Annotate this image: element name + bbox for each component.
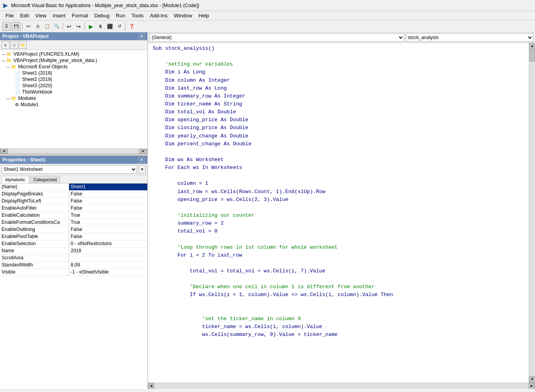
prop-value[interactable]: False bbox=[69, 233, 147, 240]
toolbar-paste-btn[interactable]: 📋 bbox=[43, 22, 52, 31]
prop-value[interactable]: 8.09 bbox=[69, 262, 147, 268]
prop-name: EnableOutlining bbox=[0, 226, 69, 233]
code-line: ws.Cells(summary_row, 9).Value = ticker_… bbox=[153, 331, 529, 339]
proc-select[interactable]: stock_analysis bbox=[406, 33, 533, 42]
view-object-btn[interactable]: □ bbox=[10, 41, 18, 49]
menu-item-debug[interactable]: Debug bbox=[92, 12, 112, 19]
toolbar-help-btn[interactable]: ❓ bbox=[127, 22, 136, 31]
tree-item[interactable]: 📄ThisWorkbook bbox=[0, 89, 147, 95]
code-line bbox=[153, 204, 529, 212]
toolbar-redo-btn[interactable]: ↪ bbox=[74, 22, 83, 31]
props-close-btn[interactable]: ✕ bbox=[139, 157, 145, 163]
scrollbar-down-btn[interactable]: ▼ bbox=[529, 376, 535, 383]
prop-value[interactable]: False bbox=[69, 191, 147, 197]
tree-item[interactable]: —📁Modules bbox=[0, 95, 147, 101]
code-vscrollbar[interactable]: ▲ ▼ bbox=[529, 43, 535, 383]
code-line: column = 1 bbox=[153, 180, 529, 188]
tree-icon: 📄 bbox=[15, 71, 21, 76]
code-line bbox=[153, 53, 529, 60]
props-dropdown-btn[interactable]: ▼ bbox=[139, 165, 146, 174]
prop-value[interactable]: False bbox=[69, 198, 147, 204]
code-line: Dim i As Long bbox=[153, 68, 529, 76]
tree-icon: ⚙ bbox=[15, 102, 19, 107]
toolbar-undo-btn[interactable]: ↩ bbox=[65, 22, 73, 31]
prop-row: DisplayRightToLeftFalse bbox=[0, 198, 147, 205]
prop-value[interactable]: False bbox=[69, 205, 147, 212]
toolbar-separator-3 bbox=[84, 23, 85, 30]
scrollbar-thumb[interactable] bbox=[529, 50, 535, 62]
toggle-folders-btn[interactable]: 📁 bbox=[19, 41, 27, 49]
prop-row: Visible-1 - xlSheetVisible bbox=[0, 269, 147, 276]
prop-value[interactable]: 2018 bbox=[69, 248, 147, 254]
prop-name: DisplayPageBreaks bbox=[0, 191, 69, 197]
toolbar-run-btn[interactable]: ▶ bbox=[86, 22, 95, 31]
code-line: 'Loop through rows in 1st column for who… bbox=[153, 244, 529, 251]
props-table: (Name)Sheet1DisplayPageBreaksFalseDispla… bbox=[0, 184, 147, 389]
code-line bbox=[153, 307, 529, 315]
code-line bbox=[153, 299, 529, 307]
tab-categorized[interactable]: Categorized bbox=[30, 176, 60, 183]
code-header: (General) stock_analysis bbox=[148, 32, 535, 43]
code-line: Dim summary_row As Integer bbox=[153, 92, 529, 100]
tree-item[interactable]: 📄Sheet3 (2020) bbox=[0, 83, 147, 89]
tree-item[interactable]: —📁VBAProject (Multiple_year_stock_data.) bbox=[0, 57, 147, 64]
prop-value[interactable]: True bbox=[69, 219, 147, 226]
menu-item-add-ins[interactable]: Add-Ins bbox=[148, 12, 170, 19]
toolbar-separator-2 bbox=[63, 23, 63, 30]
tree-icon: 📄 bbox=[15, 77, 21, 82]
toolbar-find-btn[interactable]: 🔍 bbox=[53, 22, 61, 31]
menu-item-help[interactable]: Help bbox=[196, 12, 212, 19]
menu-item-format[interactable]: Format bbox=[69, 12, 90, 19]
toolbar-reset-btn[interactable]: ↺ bbox=[115, 22, 124, 31]
prop-name: ScrollArea bbox=[0, 255, 69, 261]
code-line: Sub stock_analysis() bbox=[153, 45, 529, 53]
tree-item[interactable]: ⚙Module1 bbox=[0, 101, 147, 108]
menu-item-view[interactable]: View bbox=[33, 12, 49, 19]
prop-name: StandardWidth bbox=[0, 262, 69, 268]
menu-item-file[interactable]: File bbox=[3, 12, 16, 19]
tree-item[interactable]: 📄Sheet1 (2018) bbox=[0, 70, 147, 76]
code-line: opening_price = ws.Cells(2, 3).Value bbox=[153, 196, 529, 204]
menu-item-run[interactable]: Run bbox=[113, 12, 128, 19]
toolbar-excel-btn[interactable]: E bbox=[2, 22, 11, 31]
tab-alphabetic[interactable]: Alphabetic bbox=[2, 176, 29, 184]
prop-value[interactable] bbox=[69, 255, 147, 261]
tree-hscroll[interactable]: ◀ ▶ bbox=[0, 149, 147, 154]
tree-label: Microsoft Excel Objects bbox=[18, 64, 68, 69]
toolbar-stop-btn[interactable]: ⬛ bbox=[105, 22, 114, 31]
scrollbar-up-btn[interactable]: ▲ bbox=[529, 43, 535, 49]
prop-value[interactable]: Sheet1 bbox=[69, 184, 147, 190]
properties-panel: Properties - Sheet1 ✕ Sheet1 Worksheet ▼… bbox=[0, 156, 147, 389]
tree-label: VBAProject (Multiple_year_stock_data.) bbox=[13, 58, 97, 63]
code-line: For i = 2 To last_row bbox=[153, 251, 529, 259]
general-select[interactable]: (General) bbox=[150, 33, 404, 42]
project-close-btn[interactable]: ✕ bbox=[139, 33, 145, 39]
toolbar-save-btn[interactable]: 💾 bbox=[12, 22, 21, 31]
menu-item-edit[interactable]: Edit bbox=[18, 12, 31, 19]
prop-value[interactable]: 0 - xlNoRestrictions bbox=[69, 240, 147, 247]
prop-name: Name bbox=[0, 248, 69, 254]
menu-item-tools[interactable]: Tools bbox=[129, 12, 146, 19]
prop-value[interactable]: False bbox=[69, 226, 147, 233]
toolbar-cut-btn[interactable]: ✂ bbox=[24, 22, 33, 31]
code-hscrollbar[interactable]: ◀ ▶ bbox=[148, 383, 535, 389]
toolbar-pause-btn[interactable]: ⏸ bbox=[96, 22, 105, 31]
tree-item[interactable]: —📁VBAProject (FUNCRES.XLAM) bbox=[0, 51, 147, 57]
toolbar-copy-btn[interactable]: ⎘ bbox=[34, 22, 42, 31]
props-panel-title: Properties - Sheet1 bbox=[2, 157, 45, 163]
tree-item[interactable]: 📄Sheet2 (2019) bbox=[0, 76, 147, 83]
prop-row: DisplayPageBreaksFalse bbox=[0, 191, 147, 198]
tree-icon: 📄 bbox=[15, 83, 21, 88]
view-code-btn[interactable]: ≡ bbox=[2, 41, 9, 49]
code-line: Dim percent_change As Double bbox=[153, 140, 529, 148]
menu-item-window[interactable]: Window bbox=[171, 12, 194, 19]
menu-item-insert[interactable]: Insert bbox=[50, 12, 68, 19]
prop-value[interactable]: True bbox=[69, 212, 147, 219]
code-line: summary_row = 2 bbox=[153, 219, 529, 227]
code-editor[interactable]: Sub stock_analysis() 'setting our variab… bbox=[148, 43, 529, 383]
tree-item[interactable]: —📁Microsoft Excel Objects bbox=[0, 64, 147, 70]
tree-label: ThisWorkbook bbox=[22, 89, 52, 95]
prop-value[interactable]: -1 - xlSheetVisible bbox=[69, 269, 147, 276]
prop-row: ScrollArea bbox=[0, 255, 147, 262]
props-object-select[interactable]: Sheet1 Worksheet bbox=[2, 165, 137, 174]
